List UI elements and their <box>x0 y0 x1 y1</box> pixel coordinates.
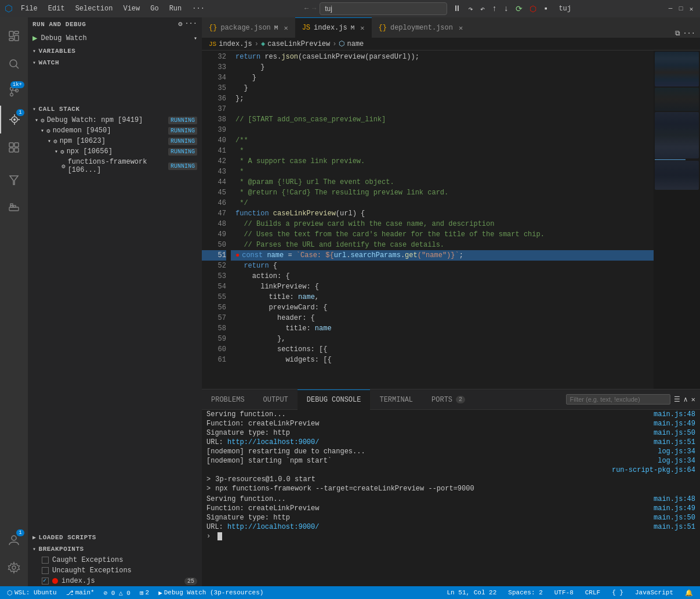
console-link[interactable]: main.js:49 <box>654 420 695 428</box>
activity-docker[interactable] <box>0 194 28 222</box>
breadcrumb-variable[interactable]: name <box>347 40 364 48</box>
tab-problems[interactable]: PROBLEMS <box>202 389 254 410</box>
console-link[interactable]: log.js:34 <box>658 457 695 465</box>
close-tab-icon[interactable]: ✕ <box>459 24 463 33</box>
workers-icon: ⊞ <box>140 589 144 597</box>
activity-debug[interactable]: 1 <box>0 106 28 133</box>
breakpoint-index-js[interactable]: index.js 25 <box>28 576 202 586</box>
console-link[interactable]: main.js:48 <box>654 410 695 418</box>
tab-package-json[interactable]: {} package.json M ✕ <box>202 17 295 38</box>
status-git[interactable]: ⎇ main* <box>64 589 97 597</box>
menu-selection[interactable]: Selection <box>71 3 118 14</box>
activity-account[interactable]: 1 <box>0 526 28 554</box>
status-spaces[interactable]: Spaces: 2 <box>506 589 545 596</box>
more-actions-icon[interactable]: ··· <box>683 30 695 38</box>
pause-icon[interactable]: ⏸ <box>451 3 463 15</box>
step-over-icon[interactable]: ↷ <box>466 3 475 15</box>
menu-go[interactable]: Go <box>146 3 163 14</box>
callstack-item-debug-watch[interactable]: ▾ ⚙ Debug Watch: npm [9419] RUNNING <box>28 115 202 125</box>
status-wsl[interactable]: ⬡ WSL: Ubuntu <box>5 589 59 597</box>
status-language-mode[interactable]: { } <box>610 589 626 596</box>
dropdown-arrow-icon[interactable]: ▾ <box>194 35 197 42</box>
minimize-button[interactable]: ─ <box>666 5 674 13</box>
console-link[interactable]: main.js:50 <box>654 429 695 437</box>
panel-close-icon[interactable]: ✕ <box>691 395 695 404</box>
console-line: Signature type: http main.js:50 <box>202 513 700 522</box>
maximize-button[interactable]: □ <box>677 5 685 13</box>
tab-index-js[interactable]: JS index.js M ✕ <box>295 17 372 38</box>
callstack-item-functions-framework[interactable]: ⚙ functions-framework [106...] RUNNING <box>28 157 202 175</box>
callstack-item-npx[interactable]: ▾ ⚙ npx [10656] RUNNING <box>28 146 202 157</box>
status-line-ending[interactable]: CRLF <box>583 589 603 596</box>
activity-git[interactable]: 1k+ <box>0 78 28 106</box>
settings-icon[interactable]: ⚙ <box>178 20 182 28</box>
restart-icon[interactable]: ⟳ <box>513 3 525 15</box>
activity-testing[interactable] <box>0 166 28 194</box>
breadcrumb-sep2: › <box>332 40 336 48</box>
tab-debug-console[interactable]: DEBUG CONSOLE <box>298 389 371 410</box>
console-link[interactable]: log.js:34 <box>658 448 695 456</box>
loaded-scripts-header[interactable]: ▶ LOADED SCRIPTS <box>28 532 202 543</box>
back-icon[interactable]: ← <box>304 5 309 13</box>
status-debug-watch[interactable]: ▶ Debug Watch (3p-resources) <box>156 589 266 597</box>
search-input[interactable] <box>320 2 447 15</box>
minimap <box>654 50 700 389</box>
step-into-icon[interactable]: ↶ <box>478 3 487 15</box>
menu-more[interactable]: ··· <box>187 3 209 14</box>
status-encoding[interactable]: UTF-8 <box>552 589 576 596</box>
close-button[interactable]: ✕ <box>687 5 695 13</box>
stop-icon[interactable]: ⬡ <box>527 3 539 15</box>
watch-header[interactable]: ▾ WATCH <box>28 57 202 68</box>
variables-section: ▾ VARIABLES <box>28 45 202 57</box>
call-stack-header[interactable]: ▾ CALL STACK <box>28 103 202 115</box>
status-errors[interactable]: ⊘ 0 △ 0 <box>101 589 133 597</box>
console-link[interactable]: main.js:51 <box>654 523 695 531</box>
breadcrumb-file[interactable]: index.js <box>219 40 252 48</box>
console-link[interactable]: main.js:49 <box>654 504 695 513</box>
activity-settings[interactable] <box>0 554 28 582</box>
console-link[interactable]: main.js:51 <box>654 438 695 446</box>
uncaught-exceptions-checkbox[interactable] <box>42 567 49 574</box>
console-link[interactable]: run-script-pkg.js:64 <box>612 466 695 474</box>
more-icon[interactable]: ··· <box>184 20 197 28</box>
loaded-scripts-chevron-icon: ▶ <box>32 534 37 541</box>
status-position[interactable]: Ln 51, Col 22 <box>445 589 499 596</box>
close-tab-icon[interactable]: ✕ <box>360 24 364 33</box>
activity-explorer[interactable] <box>0 22 28 50</box>
split-editor-icon[interactable]: ⧉ <box>675 30 680 38</box>
forward-icon[interactable]: → <box>312 5 316 13</box>
breakpoint-caught-label: Caught Exceptions <box>52 556 123 564</box>
console-link[interactable]: main.js:50 <box>654 514 695 522</box>
status-language[interactable]: JavaScript <box>633 589 676 596</box>
continue-icon[interactable]: ↓ <box>502 3 511 15</box>
breakpoint-caught-exceptions[interactable]: Caught Exceptions <box>28 555 202 565</box>
menu-edit[interactable]: Edit <box>43 3 70 14</box>
callstack-item-npm[interactable]: ▾ ⚙ npm [10623] RUNNING <box>28 136 202 146</box>
tab-deployment-json[interactable]: {} deployment.json ✕ <box>372 17 470 38</box>
tab-terminal[interactable]: TERMINAL <box>370 389 422 410</box>
caught-exceptions-checkbox[interactable] <box>42 557 49 564</box>
status-notifications[interactable]: 🔔 <box>683 589 695 597</box>
activity-search[interactable] <box>0 50 28 78</box>
callstack-item-nodemon[interactable]: ▾ ⚙ nodemon [9450] RUNNING <box>28 125 202 136</box>
step-out-icon[interactable]: ↑ <box>489 3 499 15</box>
settings-icon[interactable]: ▪ <box>541 3 550 15</box>
run-icon[interactable]: ▶ <box>32 33 37 43</box>
menu-file[interactable]: File <box>16 3 42 14</box>
status-debug-info[interactable]: ⊞ 2 <box>137 589 151 597</box>
menu-view[interactable]: View <box>118 3 144 14</box>
filter-input[interactable] <box>566 394 670 405</box>
variables-header[interactable]: ▾ VARIABLES <box>28 45 202 57</box>
filter-options-icon[interactable]: ☰ <box>674 395 680 404</box>
tab-ports[interactable]: PORTS 2 <box>422 389 474 410</box>
tab-output[interactable]: OUTPUT <box>254 389 298 410</box>
activity-extensions[interactable] <box>0 133 28 161</box>
menu-run[interactable]: Run <box>165 3 187 14</box>
breadcrumb-function[interactable]: caseLinkPreview <box>267 40 330 48</box>
panel-collapse-icon[interactable]: ∧ <box>684 395 688 404</box>
console-link[interactable]: main.js:48 <box>654 495 695 503</box>
close-tab-icon[interactable]: ✕ <box>284 24 288 33</box>
breakpoint-uncaught-exceptions[interactable]: Uncaught Exceptions <box>28 565 202 576</box>
breakpoints-header[interactable]: ▾ BREAKPOINTS <box>28 543 202 555</box>
indexjs-checkbox[interactable] <box>42 578 49 584</box>
